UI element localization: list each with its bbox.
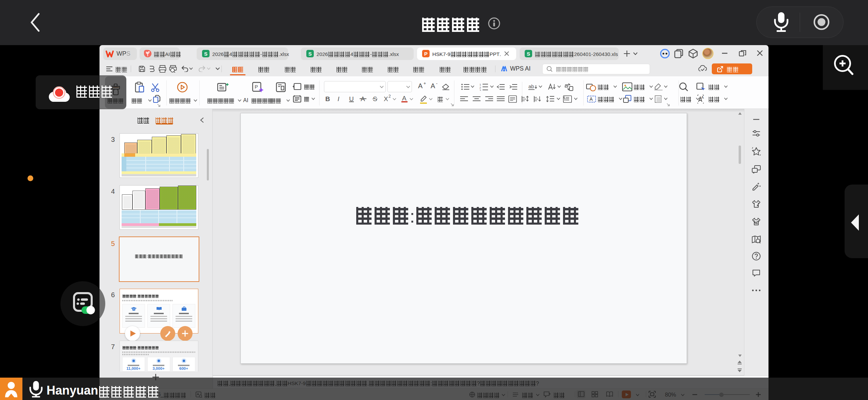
- svg-text:A: A: [701, 95, 704, 99]
- svg-text:1: 1: [480, 83, 481, 86]
- svg-text:ab: ab: [528, 84, 534, 89]
- svg-text:3: 3: [480, 89, 481, 91]
- svg-text:P: P: [255, 84, 258, 90]
- svg-text:A: A: [590, 96, 593, 102]
